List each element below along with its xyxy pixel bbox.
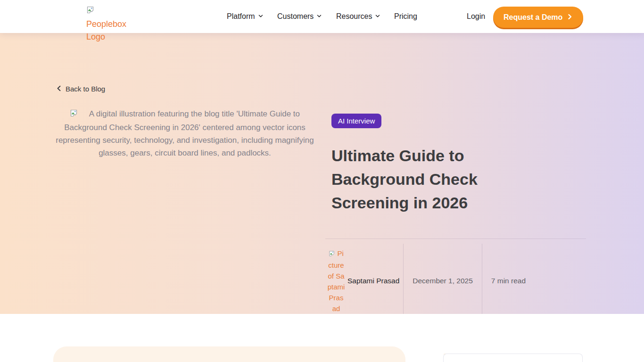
request-demo-button[interactable]: Request a Demo bbox=[493, 7, 583, 28]
site-header: Peoplebox Logo Platform Customers Resour… bbox=[0, 0, 644, 33]
chevron-down-icon bbox=[316, 12, 322, 21]
back-to-blog-link[interactable]: Back to Blog bbox=[56, 85, 105, 93]
article-body-section bbox=[0, 314, 644, 362]
post-date: December 1, 2025 bbox=[403, 244, 482, 318]
author-block[interactable]: Picture of Saptami Prasad Saptami Prasad bbox=[327, 244, 403, 318]
chevron-down-icon bbox=[375, 12, 380, 21]
nav-label: Resources bbox=[336, 12, 372, 21]
category-badge[interactable]: AI Interview bbox=[331, 114, 381, 128]
nav-item-customers[interactable]: Customers bbox=[277, 0, 322, 33]
nav-label: Customers bbox=[277, 12, 314, 21]
nav-item-platform[interactable]: Platform bbox=[227, 0, 264, 33]
hero-section: Back to Blog A digital illustration feat… bbox=[0, 33, 644, 314]
author-avatar-alt-text: Picture of Saptami Prasad bbox=[328, 249, 345, 313]
meta-divider bbox=[325, 239, 586, 239]
author-name: Saptami Prasad bbox=[347, 277, 399, 285]
logo-alt-text: Peoplebox Logo bbox=[86, 19, 126, 41]
post-meta-row: Picture of Saptami Prasad Saptami Prasad… bbox=[327, 244, 535, 318]
chevron-left-icon bbox=[56, 85, 62, 93]
chevron-right-icon bbox=[567, 13, 573, 22]
nav-item-resources[interactable]: Resources bbox=[336, 0, 380, 33]
sidebar-card bbox=[443, 354, 583, 362]
chevron-down-icon bbox=[258, 12, 264, 21]
cta-label: Request a Demo bbox=[504, 13, 562, 22]
page-title: Ultimate Guide to Background Check Scree… bbox=[331, 144, 520, 214]
article-content-card bbox=[53, 346, 405, 362]
featured-image-alt-text: A digital illustration featuring the blo… bbox=[56, 109, 314, 157]
featured-image-broken: A digital illustration featuring the blo… bbox=[53, 107, 316, 159]
nav-label: Pricing bbox=[394, 12, 417, 21]
broken-image-icon bbox=[86, 7, 95, 16]
login-link[interactable]: Login bbox=[467, 0, 485, 33]
back-link-label: Back to Blog bbox=[66, 85, 105, 93]
read-time: 7 min read bbox=[482, 244, 535, 318]
broken-image-icon bbox=[70, 110, 81, 119]
category-badge-label: AI Interview bbox=[338, 117, 375, 125]
logo[interactable]: Peoplebox Logo bbox=[86, 4, 135, 43]
author-avatar-broken: Picture of Saptami Prasad bbox=[327, 248, 345, 314]
broken-image-icon bbox=[329, 250, 337, 258]
nav-label: Platform bbox=[227, 12, 255, 21]
login-label: Login bbox=[467, 12, 485, 21]
nav-item-pricing[interactable]: Pricing bbox=[394, 0, 417, 33]
